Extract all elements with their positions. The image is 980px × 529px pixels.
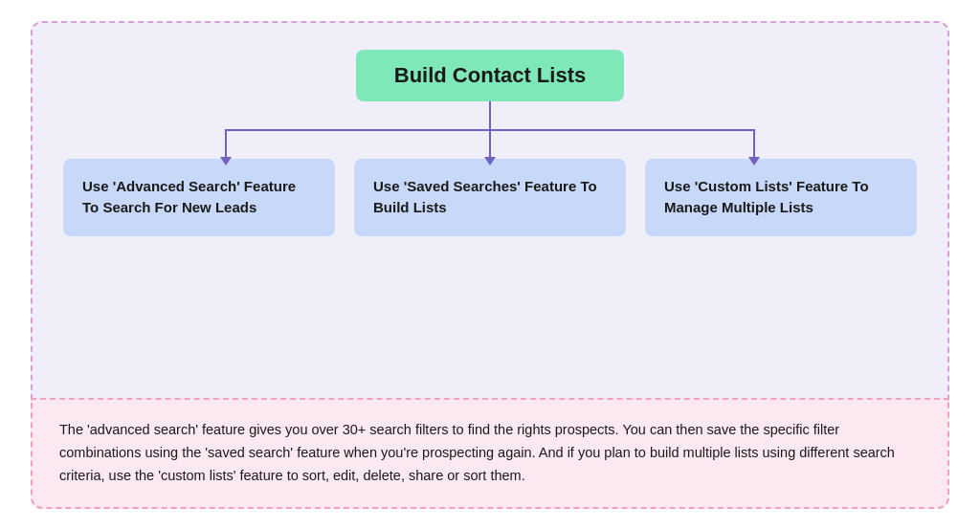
- child-node-1: Use 'Advanced Search' Feature To Search …: [63, 159, 335, 236]
- main-container: Build Contact Lists Use 'Advanced Search…: [31, 21, 949, 509]
- vertical-line-top: [489, 101, 491, 130]
- branch-center: [489, 129, 491, 158]
- child-3-text: Use 'Custom Lists' Feature To Manage Mul…: [664, 178, 869, 216]
- description-text: The 'advanced search' feature gives you …: [59, 422, 895, 483]
- children-row: Use 'Advanced Search' Feature To Search …: [63, 159, 917, 236]
- connector-area: [63, 101, 917, 159]
- root-node: Build Contact Lists: [356, 50, 624, 101]
- root-label: Build Contact Lists: [394, 63, 586, 87]
- child-1-text: Use 'Advanced Search' Feature To Search …: [82, 178, 296, 216]
- branch-lines: [225, 129, 754, 158]
- branch-right: [753, 129, 755, 158]
- bottom-section: The 'advanced search' feature gives you …: [31, 398, 949, 509]
- top-section: Build Contact Lists Use 'Advanced Search…: [31, 21, 949, 400]
- child-node-3: Use 'Custom Lists' Feature To Manage Mul…: [645, 159, 917, 236]
- child-2-text: Use 'Saved Searches' Feature To Build Li…: [373, 178, 597, 216]
- child-node-2: Use 'Saved Searches' Feature To Build Li…: [354, 159, 626, 236]
- branch-left: [225, 129, 227, 158]
